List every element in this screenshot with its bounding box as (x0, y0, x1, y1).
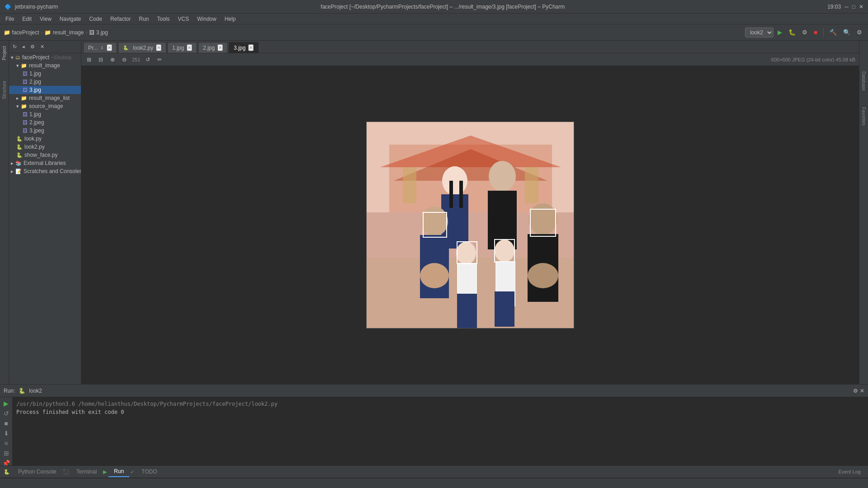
settings-button[interactable]: ⚙ (854, 28, 864, 37)
search-button[interactable]: 🔍 (841, 28, 853, 37)
tree-item-src-3jpeg[interactable]: 🖼 3.jpeg (9, 127, 81, 135)
title-bar: 🔷 jetbrains-pycharm faceProject [~/Deskt… (0, 0, 868, 14)
tree-item-scratches[interactable]: ▸ 📝 Scratches and Consoles (9, 167, 81, 175)
right-tab-favorites[interactable]: Favorites (860, 103, 867, 129)
event-log-label[interactable]: Event Log (838, 469, 861, 474)
zoom-in-btn[interactable]: ⊕ (108, 56, 117, 64)
tree-item-ext-libs[interactable]: ▸ 📚 External Libraries (9, 159, 81, 167)
breadcrumb-project[interactable]: 📁 faceProject (4, 29, 39, 36)
toolbar-right: look2 ▶ 🐛 ⚙ ■ 🔨 🔍 ⚙ (745, 28, 864, 38)
run-settings-btn[interactable]: ⚙ (853, 388, 858, 394)
scratch-icon: 📝 (15, 169, 22, 174)
menu-run[interactable]: Run (135, 15, 152, 23)
tab-close-2jpg[interactable]: ✕ (217, 44, 223, 51)
tab-close-1jpg[interactable]: ✕ (187, 44, 192, 51)
tree-item-2jpg[interactable]: 🖼 2.jpg (9, 78, 81, 86)
menu-view[interactable]: View (36, 15, 55, 23)
run-close-btn[interactable]: ✕ (860, 388, 864, 394)
run-stop-btn[interactable]: ■ (3, 419, 9, 428)
zoom-out-btn[interactable]: ⊖ (120, 56, 128, 64)
run-scroll-end-btn[interactable]: ⬇ (3, 429, 10, 438)
build-button[interactable]: 🔨 (827, 28, 839, 37)
tab-close-project[interactable]: ✕ (107, 44, 112, 51)
title-bar-left: 🔷 jetbrains-pycharm (5, 4, 58, 10)
rotate-btn[interactable]: ↺ (144, 56, 152, 64)
zoom-fit-btn[interactable]: ⊞ (85, 56, 93, 64)
tree-item-3jpg[interactable]: 🖼 3.jpg (9, 86, 81, 94)
close-panel-btn[interactable]: ✕ (38, 43, 46, 51)
py-icon2: 🐍 (16, 144, 23, 150)
project-tree: ▾ 🗂 faceProject ~/Desktop ▾ 📁 result_ima… (9, 53, 81, 384)
sidebar-toolbar: ↻ ◂ ⚙ ✕ (9, 41, 81, 53)
sync-btn[interactable]: ↻ (11, 43, 19, 51)
tab-1jpg[interactable]: 1.jpg ✕ (167, 42, 197, 53)
menu-code[interactable]: Code (85, 15, 106, 23)
image-view (81, 66, 859, 384)
tab-3jpg[interactable]: 3.jpg ✕ (229, 42, 259, 53)
tab-project-panel[interactable]: Pr... ⬇ ✕ (83, 42, 117, 53)
tab-python-console[interactable]: Python Console (13, 467, 62, 477)
tree-item-result-image-list[interactable]: ▸ 📁 result_image_list (9, 94, 81, 102)
jpg-icon5: 🖼 (23, 120, 28, 125)
run-button[interactable]: ▶ (775, 28, 784, 37)
lib-icon: 📚 (15, 160, 22, 166)
tab-todo[interactable]: TODO (136, 467, 162, 477)
tree-item-showfacepy[interactable]: 🐍 show_face.py (9, 151, 81, 159)
stop-button[interactable]: ■ (811, 28, 820, 37)
right-tab-database[interactable]: Database (860, 68, 867, 94)
content-area: Pr... ⬇ ✕ 🐍 look2.py ✕ 1.jpg ✕ 2.jpg ✕ 3… (81, 41, 859, 384)
run-rerun-btn[interactable]: ↺ (3, 409, 10, 418)
menu-vcs[interactable]: VCS (174, 15, 193, 23)
tree-item-src-1jpg[interactable]: 🖼 1.jpg (9, 110, 81, 118)
tree-item-look2py[interactable]: 🐍 look2.py (9, 143, 81, 151)
breadcrumb-folder[interactable]: 📁 result_image (44, 29, 84, 36)
maximize-icon[interactable]: □ (852, 4, 855, 10)
tree-item-source-image[interactable]: ▾ 📁 source_image (9, 102, 81, 110)
tab-terminal[interactable]: Terminal (71, 467, 102, 477)
menu-file[interactable]: File (2, 15, 18, 23)
jpg-icon2: 🖼 (23, 79, 28, 84)
run-coverage-button[interactable]: ⚙ (800, 28, 810, 37)
menu-refactor[interactable]: Refactor (107, 15, 134, 23)
tab-structure[interactable]: Structure (1, 77, 8, 103)
file-label4: 1.jpg (29, 111, 41, 117)
tab-project[interactable]: Project (1, 42, 8, 64)
run-extra-controls: ≡ ⊞ 📌 🗑 (1, 439, 11, 465)
file-label9: show_face.py (24, 152, 57, 158)
family-photo (366, 122, 574, 328)
tree-item-result-image[interactable]: ▾ 📁 result_image (9, 61, 81, 70)
menu-edit[interactable]: Edit (19, 15, 35, 23)
svg-rect-5 (403, 167, 416, 203)
color-picker-btn[interactable]: ✏ (156, 56, 164, 64)
menu-tools[interactable]: Tools (153, 15, 173, 23)
tab-2jpg[interactable]: 2.jpg ✕ (198, 42, 228, 53)
tab-close-look2[interactable]: ✕ (156, 44, 161, 51)
breadcrumb-file[interactable]: 🖼 3.jpg (89, 29, 108, 36)
svg-point-16 (456, 242, 476, 264)
run-pin-btn[interactable]: 📌 (1, 459, 11, 465)
menu-help[interactable]: Help (221, 15, 240, 23)
file-label: 1.jpg (29, 70, 41, 77)
run-header: Run: 🐍 look2 ⚙ ✕ (0, 385, 868, 397)
tree-item-1jpg[interactable]: 🖼 1.jpg (9, 70, 81, 78)
tab-run[interactable]: Run (108, 466, 129, 477)
tree-item-lookpy[interactable]: 🐍 look.py (9, 135, 81, 143)
tab-close-3jpg[interactable]: ✕ (248, 44, 254, 51)
grid-btn[interactable]: ⊟ (97, 56, 105, 64)
run-tree-btn[interactable]: ⊞ (1, 449, 11, 458)
run-config-select[interactable]: look2 (745, 28, 774, 38)
debug-button[interactable]: 🐛 (786, 28, 798, 37)
menu-window[interactable]: Window (193, 15, 220, 23)
minimize-icon[interactable]: ─ (844, 4, 849, 10)
tree-item-src-2jpeg[interactable]: 🖼 2.jpeg (9, 118, 81, 127)
close-icon[interactable]: ✕ (859, 4, 863, 10)
run-play-btn[interactable]: ▶ (3, 399, 9, 408)
tab-look2py[interactable]: 🐍 look2.py ✕ (118, 42, 166, 53)
collapse-btn[interactable]: ◂ (20, 43, 27, 51)
menu-navigate[interactable]: Navigate (56, 15, 85, 23)
gear-btn[interactable]: ⚙ (28, 43, 37, 51)
run-wrap-btn[interactable]: ≡ (1, 439, 11, 448)
tree-item-faceproject[interactable]: ▾ 🗂 faceProject ~/Desktop (9, 53, 81, 61)
file-label3: 3.jpg (29, 87, 41, 93)
run-controls: ▶ ↺ ■ ⬇ ≡ ⊞ 📌 🗑 (0, 397, 13, 465)
